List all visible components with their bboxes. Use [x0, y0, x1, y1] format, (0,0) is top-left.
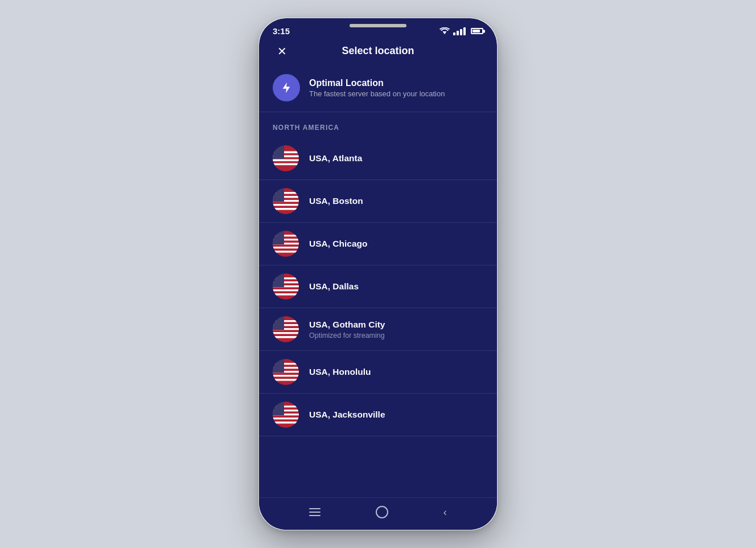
usa-flag-jacksonville	[273, 402, 299, 428]
optimal-text-block: Optimal Location The fastest server base…	[309, 78, 445, 98]
location-text: USA, Jacksonville	[309, 410, 385, 420]
screen-header: ✕ Select location	[259, 40, 497, 66]
svg-rect-21	[273, 204, 299, 206]
optimal-title: Optimal Location	[309, 78, 445, 88]
svg-rect-83	[273, 422, 299, 424]
list-item[interactable]: USA, Jacksonville	[259, 394, 497, 436]
svg-rect-11	[273, 165, 299, 167]
bottom-navigation: ‹	[259, 497, 497, 530]
location-name: USA, Dallas	[309, 281, 359, 292]
svg-rect-58	[273, 334, 299, 337]
wifi-icon	[439, 27, 450, 35]
phone-screen: 3:15	[259, 18, 497, 530]
optimal-subtitle: The fastest server based on your locatio…	[309, 89, 445, 98]
home-button[interactable]	[376, 506, 388, 518]
svg-rect-71	[273, 379, 299, 381]
section-north-america: NORTH AMERICA	[259, 112, 497, 137]
close-icon: ✕	[277, 44, 287, 58]
location-name: USA, Gotham City	[309, 320, 385, 330]
optimal-location-item[interactable]: Optimal Location The fastest server base…	[259, 66, 497, 112]
svg-rect-82	[273, 420, 299, 422]
bolt-icon	[280, 81, 293, 94]
svg-rect-59	[273, 336, 299, 338]
status-icons	[439, 27, 483, 35]
svg-rect-80	[273, 416, 299, 418]
location-text: USA, Boston	[309, 196, 363, 206]
svg-rect-47	[273, 293, 299, 296]
svg-rect-44	[273, 288, 299, 290]
svg-rect-56	[273, 330, 299, 333]
usa-flag-dallas	[273, 273, 299, 300]
recent-apps-icon	[309, 508, 321, 517]
svg-rect-8	[273, 160, 299, 162]
usa-flag-chicago	[273, 231, 299, 257]
list-item[interactable]: USA, Dallas	[259, 265, 497, 308]
location-name: USA, Boston	[309, 196, 363, 206]
svg-rect-20	[273, 202, 299, 205]
back-button[interactable]: ‹	[443, 506, 447, 518]
svg-rect-68	[273, 373, 299, 375]
header-title: Select location	[342, 45, 414, 57]
back-arrow-icon: ‹	[443, 506, 447, 518]
location-name: USA, Honolulu	[309, 367, 371, 377]
list-item[interactable]: USA, Atlanta	[259, 137, 497, 180]
svg-rect-23	[273, 208, 299, 210]
close-button[interactable]: ✕	[273, 42, 291, 60]
status-time: 3:15	[273, 26, 290, 36]
svg-rect-9	[273, 161, 299, 163]
location-name: USA, Atlanta	[309, 153, 362, 163]
location-subtitle: Optimized for streaming	[309, 332, 385, 340]
svg-rect-81	[273, 418, 299, 420]
phone-frame: 3:15	[258, 18, 498, 530]
location-text: USA, Chicago	[309, 239, 367, 249]
list-item[interactable]: USA, Honolulu	[259, 351, 497, 394]
svg-rect-22	[273, 206, 299, 208]
recent-apps-button[interactable]	[309, 508, 321, 517]
signal-bars-icon	[453, 27, 466, 35]
list-item[interactable]: USA, Boston	[259, 180, 497, 223]
battery-icon	[471, 28, 483, 34]
usa-flag-honolulu	[273, 359, 299, 385]
svg-rect-32	[273, 245, 299, 247]
svg-rect-34	[273, 249, 299, 251]
svg-rect-46	[273, 292, 299, 294]
location-name: USA, Chicago	[309, 239, 367, 249]
location-name: USA, Jacksonville	[309, 410, 385, 420]
home-icon	[376, 506, 388, 518]
location-list-scroll[interactable]: Optimal Location The fastest server base…	[259, 66, 497, 497]
usa-flag-boston	[273, 188, 299, 214]
list-item[interactable]: USA, Gotham City Optimized for streaming	[259, 308, 497, 351]
phone-top-pill	[350, 24, 406, 27]
location-text: USA, Honolulu	[309, 367, 371, 377]
optimal-icon-circle	[273, 74, 300, 101]
svg-rect-45	[273, 289, 299, 292]
svg-rect-69	[273, 375, 299, 377]
svg-rect-33	[273, 247, 299, 249]
status-bar: 3:15	[259, 18, 497, 40]
location-text: USA, Dallas	[309, 281, 359, 292]
phone-wrapper: 3:15	[258, 18, 498, 530]
svg-rect-35	[273, 251, 299, 253]
location-text: USA, Gotham City Optimized for streaming	[309, 320, 385, 340]
svg-rect-70	[273, 377, 299, 379]
list-item[interactable]: USA, Chicago	[259, 223, 497, 265]
svg-rect-57	[273, 332, 299, 334]
svg-marker-0	[443, 31, 447, 34]
svg-rect-10	[273, 163, 299, 166]
usa-flag-gotham	[273, 316, 299, 342]
svg-marker-1	[283, 83, 290, 93]
location-text: USA, Atlanta	[309, 153, 362, 163]
usa-flag-atlanta	[273, 145, 299, 171]
